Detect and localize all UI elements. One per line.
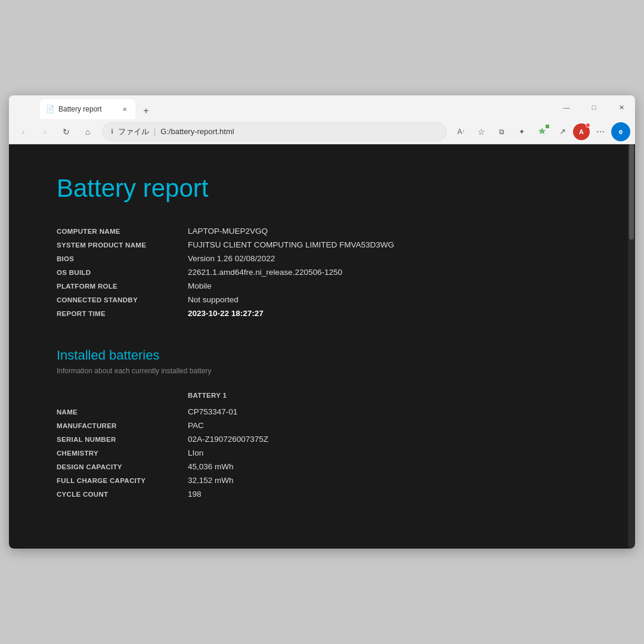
battery-value: 02A-Z190726007375Z bbox=[188, 435, 268, 444]
battery-label: DESIGN CAPACITY bbox=[57, 463, 188, 470]
close-button[interactable]: ✕ bbox=[608, 95, 635, 119]
toolbar-right: A↑ ☆ ⧉ ✦ ↗ A ⋯ e bbox=[451, 122, 630, 141]
battery-value: 198 bbox=[188, 490, 202, 499]
battery-info-row: FULL CHARGE CAPACITY 32,152 mWh bbox=[57, 476, 587, 485]
tab-close-button[interactable]: ✕ bbox=[120, 104, 129, 114]
battery-info-row: SERIAL NUMBER 02A-Z190726007375Z bbox=[57, 435, 587, 444]
minimize-button[interactable]: — bbox=[553, 95, 580, 119]
profile-notification-dot bbox=[586, 123, 590, 128]
battery-info-row: NAME CP753347-01 bbox=[57, 407, 587, 416]
info-row: SYSTEM PRODUCT NAME FUJITSU CLIENT COMPU… bbox=[57, 240, 587, 249]
window-controls: — □ ✕ bbox=[553, 95, 635, 119]
battery-header: BATTERY 1 bbox=[57, 392, 587, 399]
info-value: 2023-10-22 18:27:27 bbox=[188, 309, 264, 318]
info-label: BIOS bbox=[57, 255, 188, 262]
collections-button[interactable]: ⧉ bbox=[492, 122, 511, 141]
info-label: REPORT TIME bbox=[57, 310, 188, 317]
info-row: PLATFORM ROLE Mobile bbox=[57, 281, 587, 290]
battery-label: CYCLE COUNT bbox=[57, 491, 188, 498]
info-value: 22621.1.amd64fre.ni_release.220506-1250 bbox=[188, 268, 342, 277]
home-button[interactable]: ⌂ bbox=[78, 122, 97, 141]
maximize-button[interactable]: □ bbox=[580, 95, 608, 119]
info-value: Mobile bbox=[188, 281, 212, 290]
battery-info-table: NAME CP753347-01 MANUFACTURER PAC SERIAL… bbox=[57, 407, 587, 499]
info-row: CONNECTED STANDBY Not supported bbox=[57, 295, 587, 304]
address-protocol: ファイル bbox=[118, 126, 149, 137]
favorites-bar-button[interactable]: ✦ bbox=[512, 122, 531, 141]
battery-value: LIon bbox=[188, 448, 203, 457]
info-value: Version 1.26 02/08/2022 bbox=[188, 254, 275, 263]
section-title: Installed batteries bbox=[57, 348, 587, 363]
address-url: G:/battery-report.html bbox=[160, 127, 234, 136]
info-row: OS BUILD 22621.1.amd64fre.ni_release.220… bbox=[57, 268, 587, 277]
section-subtitle: Information about each currently install… bbox=[57, 367, 587, 375]
forward-button[interactable]: › bbox=[35, 122, 54, 141]
info-row: REPORT TIME 2023-10-22 18:27:27 bbox=[57, 309, 587, 318]
info-label: SYSTEM PRODUCT NAME bbox=[57, 242, 188, 249]
page-content: Battery report COMPUTER NAME LAPTOP-MUEP… bbox=[9, 144, 635, 549]
tab-title: Battery report bbox=[58, 105, 116, 113]
battery-value: CP753347-01 bbox=[188, 407, 237, 416]
edge-copilot-button[interactable]: e bbox=[611, 122, 630, 141]
battery-header-label: BATTERY 1 bbox=[188, 392, 227, 399]
tab-area: 📄 Battery report ✕ + bbox=[9, 95, 154, 119]
info-label: COMPUTER NAME bbox=[57, 228, 188, 235]
active-tab[interactable]: 📄 Battery report ✕ bbox=[40, 99, 135, 119]
profile-initial: A bbox=[579, 128, 584, 135]
address-bar: ‹ › ↻ ⌂ ℹ ファイル | G:/battery-report.html … bbox=[9, 119, 635, 144]
share-button[interactable]: ↗ bbox=[553, 122, 572, 141]
battery-value: PAC bbox=[188, 421, 204, 430]
read-aloud-button[interactable]: A↑ bbox=[451, 122, 470, 141]
browser-essentials-button[interactable] bbox=[532, 122, 552, 141]
scrollbar-thumb[interactable] bbox=[629, 144, 634, 240]
installed-batteries-section: Installed batteries Information about ea… bbox=[57, 348, 587, 499]
title-bar: 📄 Battery report ✕ + — □ ✕ bbox=[9, 95, 635, 119]
more-button[interactable]: ⋯ bbox=[591, 122, 610, 141]
info-row: BIOS Version 1.26 02/08/2022 bbox=[57, 254, 587, 263]
report-title: Battery report bbox=[57, 174, 587, 203]
info-label: CONNECTED STANDBY bbox=[57, 296, 188, 304]
battery-value: 45,036 mWh bbox=[188, 462, 234, 471]
address-separator: | bbox=[154, 128, 156, 136]
battery-label: FULL CHARGE CAPACITY bbox=[57, 477, 188, 484]
battery-info-row: CYCLE COUNT 198 bbox=[57, 490, 587, 499]
info-value: LAPTOP-MUEP2VGQ bbox=[188, 227, 268, 236]
info-label: PLATFORM ROLE bbox=[57, 283, 188, 290]
system-info-table: COMPUTER NAME LAPTOP-MUEP2VGQ SYSTEM PRO… bbox=[57, 227, 587, 318]
info-label: OS BUILD bbox=[57, 269, 188, 276]
favorite-button[interactable]: ☆ bbox=[472, 122, 491, 141]
battery-label: MANUFACTURER bbox=[57, 422, 188, 429]
info-row: COMPUTER NAME LAPTOP-MUEP2VGQ bbox=[57, 227, 587, 236]
battery-info-row: MANUFACTURER PAC bbox=[57, 421, 587, 430]
address-input[interactable]: ℹ ファイル | G:/battery-report.html bbox=[102, 122, 447, 141]
battery-label: SERIAL NUMBER bbox=[57, 436, 188, 443]
battery-info-row: CHEMISTRY LIon bbox=[57, 448, 587, 457]
battery-info-row: DESIGN CAPACITY 45,036 mWh bbox=[57, 462, 587, 471]
info-value: FUJITSU CLIENT COMPUTING LIMITED FMVA53D… bbox=[188, 240, 394, 249]
battery-value: 32,152 mWh bbox=[188, 476, 234, 485]
refresh-button[interactable]: ↻ bbox=[57, 122, 76, 141]
info-value: Not supported bbox=[188, 295, 239, 304]
battery-label: NAME bbox=[57, 408, 188, 416]
scrollbar-track[interactable] bbox=[628, 144, 635, 549]
info-icon: ℹ bbox=[111, 128, 113, 135]
back-button[interactable]: ‹ bbox=[14, 122, 33, 141]
profile-button[interactable]: A bbox=[573, 123, 590, 140]
battery-label: CHEMISTRY bbox=[57, 450, 188, 457]
tab-page-icon: 📄 bbox=[46, 105, 55, 113]
browser-window: 📄 Battery report ✕ + — □ ✕ ‹ › ↻ ⌂ ℹ ファイ… bbox=[9, 95, 635, 549]
new-tab-button[interactable]: + bbox=[138, 103, 154, 119]
